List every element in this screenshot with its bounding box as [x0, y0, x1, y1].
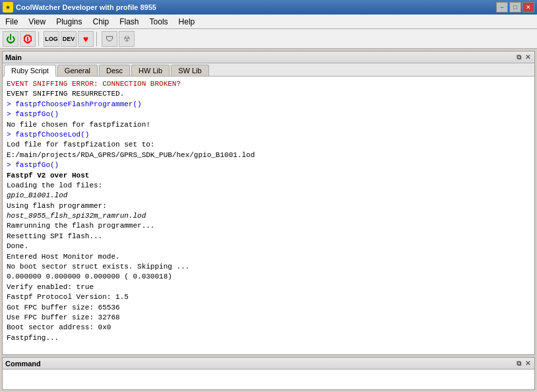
menu-bar: File View Plugins Chip Flash Tools Help: [0, 15, 537, 29]
panel-header-buttons: ⧉ ✕: [515, 53, 532, 61]
command-panel-header: Command ⧉ ✕: [3, 358, 534, 370]
console-line: No boot sector struct exists. Skipping .…: [7, 262, 530, 272]
command-float-button[interactable]: ⧉: [515, 360, 522, 368]
console-line: Fastpf Protocol Version: 1.5: [7, 292, 530, 302]
console-line: > fastpfChooseFlashProgrammer(): [7, 100, 530, 110]
console-line: Ramrunning the flash programmer...: [7, 221, 530, 231]
console-line: No file chosen for fastpfization!: [7, 120, 530, 130]
console-line: Fastpf V2 over Host: [7, 171, 530, 181]
main-panel-title: Main: [5, 53, 22, 61]
toolbar-sep-1: [38, 32, 41, 46]
console-line: host_8955_flsh_spi32m_ramrun.lod: [7, 211, 530, 221]
menu-flash[interactable]: Flash: [114, 15, 144, 28]
main-tabs: Ruby Script General Desc HW Lib SW Lib: [3, 63, 534, 77]
command-panel-buttons: ⧉ ✕: [515, 360, 532, 368]
console-line: Use FPC buffer size: 32768: [7, 313, 530, 323]
console-line: Verify enabled: true: [7, 282, 530, 292]
content-area: Main ⧉ ✕ Ruby Script General Desc HW Lib…: [0, 49, 537, 392]
console-line: E:/main/projects/RDA_GPRS/GPRS_SDK_PUB/h…: [7, 150, 530, 160]
tab-ruby-script[interactable]: Ruby Script: [4, 65, 56, 77]
menu-file[interactable]: File: [0, 15, 23, 28]
console-output: EVENT SNIFFING ERROR: CONNECTION BROKEN?…: [3, 77, 534, 354]
console-line: Fastpfing...: [7, 333, 530, 343]
console-line: Entered Host Monitor mode.: [7, 252, 530, 262]
toolbar: ⏻ ⏼ LOG DEV ♥ 🛡 ☢: [0, 29, 537, 49]
console-line: Resetting SPI flash...: [7, 232, 530, 242]
console-line: Using flash programmer:: [7, 201, 530, 211]
console-line: 0.000000 0.000000 0.000000 ( 0.030018): [7, 272, 530, 282]
title-bar: ★ CoolWatcher Developer with profile 895…: [0, 0, 537, 15]
window-controls: − □ ✕: [496, 2, 534, 13]
console-line: EVENT SNIFFING ERROR: CONNECTION BROKEN?: [7, 79, 530, 89]
menu-chip[interactable]: Chip: [88, 15, 115, 28]
command-panel-title: Command: [5, 360, 41, 368]
menu-plugins[interactable]: Plugins: [51, 15, 87, 28]
tab-sw-lib[interactable]: SW Lib: [171, 65, 208, 76]
console-line: > fastpfGo(): [7, 110, 530, 119]
maximize-button[interactable]: □: [509, 2, 521, 13]
console-line: Done.: [7, 242, 530, 251]
panel-float-button[interactable]: ⧉: [515, 53, 522, 61]
console-line: gpio_B1001.lod: [7, 191, 530, 201]
console-line: Lod file for fastpfization set to:: [7, 140, 530, 150]
app-icon: ★: [3, 2, 13, 13]
radiation-button[interactable]: ☢: [119, 31, 135, 47]
console-line: EVENT SNIFFING RESURRECTED.: [7, 89, 530, 99]
command-input[interactable]: [3, 370, 534, 389]
log-button[interactable]: LOG: [44, 31, 59, 47]
menu-tools[interactable]: Tools: [144, 15, 174, 28]
power-off-button[interactable]: ⏼: [20, 31, 36, 47]
panel-close-button[interactable]: ✕: [524, 53, 532, 61]
title-bar-left: ★ CoolWatcher Developer with profile 895…: [3, 2, 156, 13]
console-line: Boot sector address: 0x0: [7, 323, 530, 333]
shield-button[interactable]: 🛡: [102, 31, 117, 47]
main-panel: Main ⧉ ✕ Ruby Script General Desc HW Lib…: [2, 51, 535, 355]
menu-view[interactable]: View: [23, 15, 51, 28]
power-on-button[interactable]: ⏻: [3, 31, 18, 47]
toolbar-sep-2: [96, 32, 99, 46]
tab-general[interactable]: General: [57, 65, 98, 76]
menu-help[interactable]: Help: [174, 15, 201, 28]
window-title: CoolWatcher Developer with profile 8955: [16, 3, 156, 11]
console-line: > fastpfChooseLod(): [7, 130, 530, 140]
minimize-button[interactable]: −: [496, 2, 508, 13]
tab-desc[interactable]: Desc: [99, 65, 130, 76]
dev-button[interactable]: DEV: [61, 31, 77, 47]
tab-hw-lib[interactable]: HW Lib: [131, 65, 170, 76]
console-line: Got FPC buffer size: 65536: [7, 303, 530, 313]
command-panel: Command ⧉ ✕: [2, 357, 535, 390]
heart-button[interactable]: ♥: [78, 31, 94, 47]
main-panel-header: Main ⧉ ✕: [3, 51, 534, 63]
console-line: Loading the lod files:: [7, 181, 530, 191]
close-button[interactable]: ✕: [522, 2, 534, 13]
console-line: > fastpfGo(): [7, 160, 530, 170]
command-close-button[interactable]: ✕: [524, 360, 532, 368]
